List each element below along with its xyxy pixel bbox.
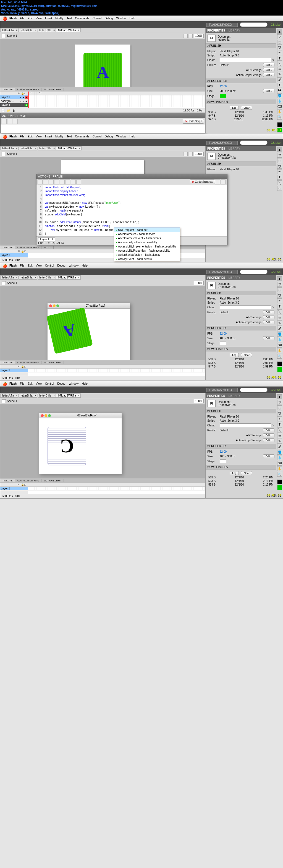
new-layer-icon[interactable]: 📄: [1, 109, 5, 112]
layer-row[interactable]: Layer 1: [0, 253, 28, 257]
compiler-errors-tab[interactable]: COMPILER ERRORS: [15, 246, 41, 249]
menu-modify[interactable]: Modify: [55, 135, 63, 138]
paint-bucket-tool[interactable]: 🪣: [277, 93, 282, 98]
menu-edit[interactable]: Edit: [28, 135, 32, 138]
target-icon[interactable]: [49, 180, 54, 184]
swf-content[interactable]: A: [48, 309, 130, 360]
autocomplete-item[interactable]: ActivityEvent – flash.events: [114, 257, 180, 261]
line-tool[interactable]: ╲: [277, 428, 282, 432]
bone-tool[interactable]: ⧓: [277, 88, 282, 93]
search-field[interactable]: [240, 270, 268, 274]
brush-tool[interactable]: 🖌: [277, 444, 282, 449]
properties-tab[interactable]: PROPERTIES: [207, 276, 225, 279]
fill-color[interactable]: [277, 485, 282, 490]
layer-row[interactable]: Layer 4••■: [0, 103, 28, 107]
stroke-color[interactable]: [277, 479, 282, 485]
cslive-button[interactable]: CS Live: [271, 23, 281, 26]
edit-scene-icon[interactable]: [183, 34, 188, 38]
menu-window[interactable]: Window: [116, 135, 126, 138]
text-tool[interactable]: T: [277, 175, 282, 180]
menu-help[interactable]: Help: [82, 382, 88, 385]
menu-control[interactable]: Control: [45, 264, 54, 267]
selection-tool[interactable]: ▲: [277, 394, 282, 399]
add-script-icon[interactable]: [2, 119, 7, 124]
menu-control[interactable]: Control: [93, 135, 101, 138]
fps-value[interactable]: 12.00: [220, 332, 227, 335]
deco-tool[interactable]: ✦: [277, 83, 282, 87]
pin-script-icon[interactable]: [215, 180, 220, 184]
apple-menu[interactable]: 🍎: [2, 381, 7, 386]
menu-window[interactable]: Window: [69, 382, 79, 385]
zoom-tool[interactable]: 🔍: [277, 354, 282, 359]
scene-icon[interactable]: [2, 34, 6, 38]
subselection-tool[interactable]: ▽: [277, 400, 282, 405]
menu-commands[interactable]: Commands: [75, 17, 89, 20]
swf-preview-window[interactable]: 07loadSWF.swf C: [39, 412, 122, 474]
menu-text[interactable]: Text: [67, 17, 71, 20]
menu-text[interactable]: Text: [67, 135, 71, 138]
menu-control[interactable]: Control: [93, 17, 101, 20]
swf-content[interactable]: C: [39, 418, 122, 474]
paint-bucket-tool[interactable]: 🪣: [277, 332, 282, 337]
tab-letterb[interactable]: letterB.fla×: [19, 394, 37, 398]
swf-history-section[interactable]: ▽ SWF HISTORY: [206, 99, 276, 104]
lasso-tool[interactable]: ➰: [277, 164, 282, 169]
menu-file[interactable]: File: [20, 382, 24, 385]
timeline-tab[interactable]: TIMELINE: [0, 479, 15, 482]
eyedropper-tool[interactable]: 💧: [277, 455, 282, 460]
menu-insert[interactable]: Insert: [45, 135, 52, 138]
text-tool[interactable]: T: [277, 304, 282, 309]
pen-tool[interactable]: ✒: [277, 416, 282, 422]
clear-button[interactable]: Clear: [241, 471, 252, 475]
find-icon[interactable]: [7, 119, 12, 124]
library-tab[interactable]: LIBRARY: [228, 276, 240, 279]
playhead[interactable]: [28, 92, 29, 108]
close-icon[interactable]: ×: [16, 29, 18, 32]
edit-scene-icon[interactable]: [183, 152, 188, 156]
log-button[interactable]: Log: [230, 106, 239, 110]
class-input[interactable]: [220, 423, 271, 427]
edit-button[interactable]: Edit...: [263, 336, 275, 340]
new-folder-icon[interactable]: 📁: [7, 109, 10, 112]
delete-layer-icon[interactable]: 🗑: [12, 109, 15, 112]
code-snippets-button[interactable]: Code Snippets: [190, 180, 215, 184]
pencil-tool[interactable]: ✎: [277, 72, 282, 76]
swf-preview-window[interactable]: 07loadSWF.swf A: [47, 303, 130, 360]
scene-icon[interactable]: [2, 152, 6, 156]
rectangle-tool[interactable]: ▭: [277, 433, 282, 438]
motion-editor-tab[interactable]: MOTION EDITOR: [41, 88, 64, 91]
edit-button[interactable]: Edit...: [263, 433, 275, 437]
tab-lettera[interactable]: letterA.fla×: [0, 146, 19, 150]
tab-07loadswf[interactable]: 07loadSWF.fla*×: [56, 146, 82, 150]
script-nav-tab[interactable]: Layer 1 : 1: [38, 237, 55, 241]
cslive-button[interactable]: CS Live: [271, 141, 281, 144]
library-tab[interactable]: LIBRARY: [228, 147, 240, 150]
collapse-icon[interactable]: [76, 180, 81, 184]
edit-button[interactable]: Edit...: [263, 438, 275, 442]
line-tool[interactable]: ╲: [277, 309, 282, 314]
tab-letterb[interactable]: letterB.fla×: [19, 146, 37, 150]
swf-titlebar[interactable]: 07loadSWF.swf: [48, 303, 130, 309]
class-input[interactable]: [220, 58, 271, 62]
tab-letterb[interactable]: letterB.fla×: [19, 275, 37, 280]
fps-value[interactable]: 12.00: [220, 85, 227, 88]
minimize-icon[interactable]: [44, 414, 47, 417]
stage-color-swatch[interactable]: [220, 459, 226, 463]
search-field[interactable]: [240, 22, 268, 27]
workspace-dropdown[interactable]: FLASHCS5VIDEO: [207, 23, 238, 27]
menu-debug[interactable]: Debug: [57, 382, 65, 385]
motion-editor-tab[interactable]: MOTI...: [41, 246, 54, 249]
find-icon[interactable]: [43, 180, 48, 184]
class-input[interactable]: [220, 305, 271, 309]
stage[interactable]: A: [75, 44, 130, 87]
timeline-tab[interactable]: TIMELINE: [0, 246, 15, 249]
menu-view[interactable]: View: [36, 382, 42, 385]
pen-tool[interactable]: ✒: [277, 51, 282, 55]
hand-tool[interactable]: ✋: [277, 466, 282, 471]
tab-letterc[interactable]: letterC.fla×: [38, 146, 56, 150]
stage-color-swatch[interactable]: [220, 341, 226, 345]
autocomplete-item[interactable]: ActionScriptVersion – flash.display: [114, 253, 180, 257]
edit-button[interactable]: Edit...: [263, 310, 275, 314]
lasso-tool[interactable]: ➰: [277, 45, 282, 50]
layer-row[interactable]: Layer 1••■: [0, 95, 28, 99]
